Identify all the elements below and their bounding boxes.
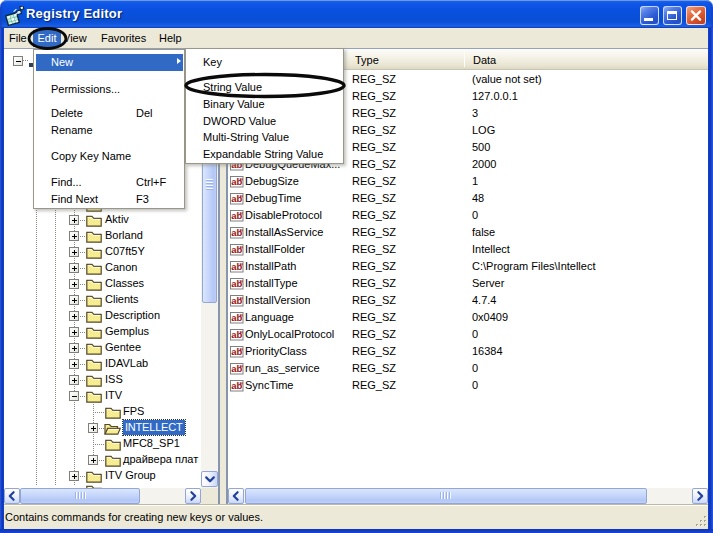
svg-text:ab: ab (231, 278, 242, 289)
svg-text:ab: ab (231, 193, 242, 204)
svg-text:ab: ab (231, 312, 242, 323)
svg-text:ab: ab (231, 380, 242, 391)
svg-text:ab: ab (231, 295, 242, 306)
svg-text:ab: ab (231, 210, 242, 221)
svg-text:ab: ab (231, 244, 242, 255)
svg-text:ab: ab (231, 363, 242, 374)
svg-text:ab: ab (231, 261, 242, 272)
svg-text:ab: ab (231, 227, 242, 238)
svg-text:ab: ab (231, 346, 242, 357)
svg-text:ab: ab (231, 176, 242, 187)
svg-text:ab: ab (231, 329, 242, 340)
